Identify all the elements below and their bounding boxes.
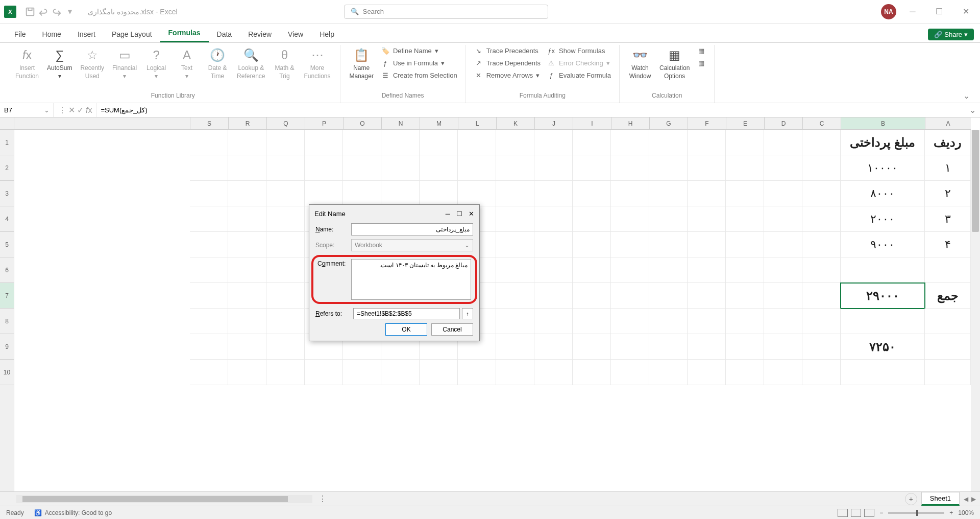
cell[interactable]: [611, 283, 649, 309]
collapse-ribbon-button[interactable]: ⌄: [959, 89, 974, 103]
cell[interactable]: [420, 130, 458, 155]
sheet-nav-next-icon[interactable]: ▶: [971, 496, 976, 503]
cell[interactable]: [802, 181, 841, 206]
minimize-icon[interactable]: ─: [902, 4, 923, 19]
cell-a4[interactable]: ۳: [925, 206, 971, 232]
cell[interactable]: [228, 232, 266, 257]
cell[interactable]: [228, 130, 266, 155]
cell[interactable]: [266, 283, 305, 309]
expand-formula-bar-icon[interactable]: ⌄: [965, 105, 980, 115]
cell[interactable]: [573, 232, 611, 257]
col-header-l[interactable]: L: [458, 117, 496, 129]
cell[interactable]: [573, 181, 611, 206]
cell[interactable]: [611, 181, 649, 206]
cell[interactable]: [266, 206, 305, 232]
cell[interactable]: [802, 257, 841, 283]
vertical-scrollbar[interactable]: [971, 130, 980, 491]
logical-button[interactable]: ?Logical▾: [142, 45, 170, 82]
cell[interactable]: [343, 130, 381, 155]
cell[interactable]: [420, 360, 458, 385]
maximize-dialog-icon[interactable]: ☐: [456, 210, 462, 218]
cell[interactable]: [688, 206, 726, 232]
cell[interactable]: [228, 155, 266, 181]
col-header-m[interactable]: M: [420, 117, 458, 129]
tab-help[interactable]: Help: [311, 26, 342, 42]
cell-b10[interactable]: [841, 360, 925, 385]
cell[interactable]: [420, 181, 458, 206]
cell-b3[interactable]: ۸۰۰۰: [841, 181, 925, 206]
close-icon[interactable]: ✕: [955, 4, 976, 19]
save-icon[interactable]: [24, 6, 36, 17]
row-header-2[interactable]: 2: [0, 155, 14, 181]
cancel-formula-icon[interactable]: ✕: [68, 105, 75, 115]
page-break-view-icon[interactable]: [864, 509, 874, 517]
fx-bar-icon[interactable]: fx: [86, 106, 92, 115]
cell-b4[interactable]: ۲۰۰۰: [841, 206, 925, 232]
cell[interactable]: [726, 130, 764, 155]
cell[interactable]: [190, 232, 228, 257]
sheet-nav-prev-icon[interactable]: ◀: [964, 496, 968, 503]
col-header-o[interactable]: O: [343, 117, 381, 129]
tab-review[interactable]: Review: [240, 26, 280, 42]
tab-view[interactable]: View: [280, 26, 311, 42]
watch-window-button[interactable]: 👓Watch Window: [626, 45, 654, 82]
cell[interactable]: [458, 130, 496, 155]
use-in-formula-button[interactable]: ƒUse in Formula ▾: [379, 57, 459, 68]
cell[interactable]: [726, 232, 764, 257]
cell[interactable]: [381, 155, 420, 181]
recently-used-button[interactable]: ☆Recently Used: [77, 45, 107, 82]
cell[interactable]: [573, 155, 611, 181]
lookup-button[interactable]: 🔍Lookup & Reference: [234, 45, 268, 82]
insert-function-button[interactable]: fxInsert Function: [12, 45, 42, 82]
cell-a8[interactable]: [925, 309, 971, 334]
cell[interactable]: [688, 232, 726, 257]
formula-bar-menu-icon[interactable]: ⋮: [58, 105, 66, 115]
cell[interactable]: [228, 181, 266, 206]
cell[interactable]: [764, 334, 802, 360]
cell[interactable]: [764, 181, 802, 206]
calculation-options-button[interactable]: ▦Calculation Options: [656, 45, 693, 82]
cell[interactable]: [573, 334, 611, 360]
cell[interactable]: [649, 206, 688, 232]
cell[interactable]: [726, 283, 764, 309]
cell-a1[interactable]: ردیف: [925, 130, 971, 155]
cell[interactable]: [534, 155, 573, 181]
cell[interactable]: [688, 360, 726, 385]
cell-a3[interactable]: ۲: [925, 181, 971, 206]
row-header-10[interactable]: 10: [0, 360, 14, 385]
cell[interactable]: [190, 130, 228, 155]
remove-arrows-button[interactable]: ✕Remove Arrows ▾: [472, 69, 543, 81]
text-button[interactable]: AText▾: [173, 45, 201, 82]
add-sheet-button[interactable]: +: [905, 493, 917, 505]
sheet-tab-menu-icon[interactable]: ⋮: [318, 494, 327, 504]
undo-icon[interactable]: [38, 6, 49, 17]
cell-b1[interactable]: مبلغ پرداختی: [841, 130, 925, 155]
cell[interactable]: [764, 155, 802, 181]
row-header-6[interactable]: 6: [0, 257, 14, 283]
row-header-3[interactable]: 3: [0, 181, 14, 206]
cell[interactable]: [190, 283, 228, 309]
cancel-button[interactable]: Cancel: [431, 323, 473, 336]
cell[interactable]: [534, 206, 573, 232]
comment-textarea[interactable]: [351, 259, 471, 300]
cell[interactable]: [764, 257, 802, 283]
cell[interactable]: [764, 283, 802, 309]
cell[interactable]: [496, 283, 534, 309]
cell[interactable]: [649, 232, 688, 257]
error-checking-button[interactable]: ⚠Error Checking ▾: [545, 57, 613, 68]
cell[interactable]: [611, 155, 649, 181]
cell[interactable]: [611, 206, 649, 232]
cell[interactable]: [496, 130, 534, 155]
cell[interactable]: [228, 309, 266, 334]
show-formulas-button[interactable]: ƒxShow Formulas: [545, 45, 613, 56]
cell-b2[interactable]: ۱۰۰۰۰: [841, 155, 925, 181]
cell[interactable]: [458, 155, 496, 181]
cell[interactable]: [458, 360, 496, 385]
cell[interactable]: [649, 309, 688, 334]
col-header-h[interactable]: H: [611, 117, 649, 129]
cell[interactable]: [802, 334, 841, 360]
row-header-4[interactable]: 4: [0, 206, 14, 232]
col-header-q[interactable]: Q: [266, 117, 305, 129]
cell[interactable]: [228, 257, 266, 283]
cell[interactable]: [496, 232, 534, 257]
